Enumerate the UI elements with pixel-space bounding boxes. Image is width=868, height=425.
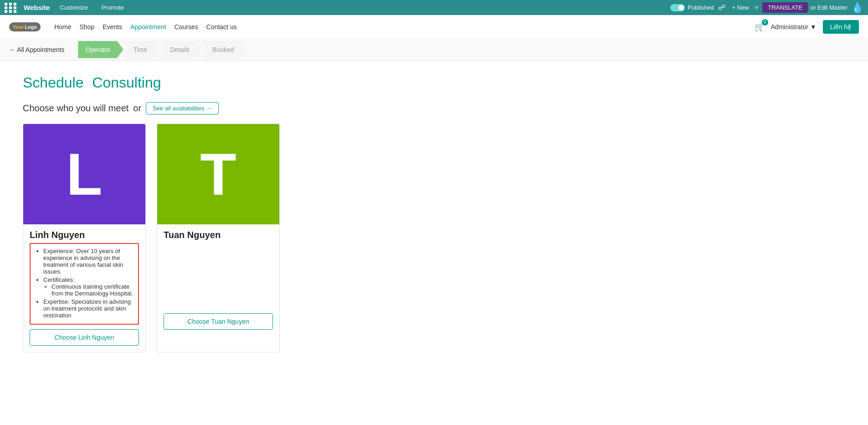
or-edit-master-label: or Edit Master	[811, 4, 847, 11]
step-operator[interactable]: Operator	[78, 41, 123, 58]
step-booked[interactable]: Booked	[201, 41, 247, 58]
operator-desc-linh-cert-item: Continuous training certificate from the…	[51, 283, 134, 297]
operator-initial-linh: L	[66, 145, 102, 204]
nav-links: Home Shop Events Appointment Courses Con…	[54, 23, 237, 31]
step-details[interactable]: Details	[159, 41, 202, 58]
logo-your: Your	[13, 24, 24, 30]
new-button[interactable]: + New	[728, 3, 752, 12]
navbar-left: Your Logo Home Shop Events Appointment C…	[9, 22, 237, 31]
see-all-availabilities-button[interactable]: See all availabilities →	[146, 102, 219, 114]
operator-avatar-tuan: T	[157, 124, 279, 224]
operator-name-tuan: Tuan Nguyen	[164, 230, 273, 240]
cart-icon[interactable]: 🛒 0	[755, 22, 765, 32]
choose-who-label: Choose who you will meet	[23, 103, 128, 114]
mobile-view-icon[interactable]: ☍	[718, 3, 725, 12]
apps-grid-icon[interactable]	[5, 3, 17, 13]
nav-contact[interactable]: Contact us	[206, 23, 237, 31]
step-operator-label: Operator	[85, 46, 110, 53]
published-label: Published	[688, 4, 714, 11]
site-name: Website	[24, 4, 50, 11]
admin-bar: Website Customize Promote Published ☍ + …	[0, 0, 868, 15]
translate-button[interactable]: TRANSLATE	[762, 2, 808, 13]
admin-dropdown[interactable]: Administrator ▼	[771, 23, 817, 31]
nav-appointment[interactable]: Appointment	[130, 23, 166, 31]
operators-grid: L Linh Nguyen Experience: Over 10 years …	[23, 124, 433, 352]
step-details-label: Details	[170, 46, 190, 53]
operator-info-linh: Linh Nguyen Experience: Over 10 years of…	[23, 224, 145, 325]
schedule-title-static: Schedule	[23, 74, 83, 91]
admin-label: Administrator	[771, 23, 808, 31]
step-time-label: Time	[134, 46, 148, 53]
logo-badge: Your Logo	[9, 22, 41, 31]
logo-text: Logo	[25, 24, 37, 30]
logo[interactable]: Your Logo	[9, 22, 41, 31]
choose-or-label: or	[133, 103, 141, 114]
operator-card-tuan[interactable]: T Tuan Nguyen Choose Tuan Nguyen	[157, 124, 280, 352]
back-to-appointments[interactable]: ← All Appointments	[9, 46, 64, 53]
water-drop-icon: 💧	[851, 2, 863, 14]
customize-button[interactable]: Customize	[56, 3, 91, 12]
nav-home[interactable]: Home	[54, 23, 71, 31]
operator-info-tuan: Tuan Nguyen	[157, 224, 279, 240]
operator-desc-linh-exp: Experience: Over 10 years of experience …	[43, 248, 134, 275]
steps-bar: ← All Appointments Operator Time Details…	[0, 39, 868, 61]
operator-avatar-linh: L	[23, 124, 145, 224]
published-toggle-area[interactable]: Published	[670, 4, 714, 11]
nav-events[interactable]: Events	[103, 23, 122, 31]
navbar: Your Logo Home Shop Events Appointment C…	[0, 15, 868, 39]
schedule-title: Schedule Consulting	[23, 74, 433, 91]
choose-linh-button[interactable]: Choose Linh Nguyen	[30, 329, 139, 346]
steps-container: Operator Time Details Booked	[78, 41, 247, 58]
contact-button[interactable]: Liên hệ	[823, 20, 859, 34]
choose-header: Choose who you will meet or See all avai…	[23, 102, 433, 114]
published-toggle-switch[interactable]	[670, 4, 685, 11]
cart-badge: 0	[762, 19, 768, 26]
operator-desc-linh-cert: Certificates: Continuous training certif…	[43, 276, 134, 297]
step-booked-label: Booked	[212, 46, 234, 53]
step-time[interactable]: Time	[123, 41, 160, 58]
operator-desc-linh-expertise: Expertise: Specializes in advising on tr…	[43, 298, 134, 319]
main-content: Schedule Consulting Choose who you will …	[0, 61, 456, 366]
chevron-down-icon: ▼	[810, 23, 817, 31]
navbar-right: 🛒 0 Administrator ▼ Liên hệ	[755, 20, 859, 34]
nav-shop[interactable]: Shop	[80, 23, 95, 31]
promote-button[interactable]: Promote	[98, 3, 128, 12]
nav-courses[interactable]: Courses	[175, 23, 198, 31]
admin-bar-left: Website Customize Promote	[5, 3, 128, 13]
operator-initial-tuan: T	[200, 145, 236, 204]
operator-card-linh[interactable]: L Linh Nguyen Experience: Over 10 years …	[23, 124, 146, 352]
choose-tuan-button[interactable]: Choose Tuan Nguyen	[164, 313, 273, 330]
schedule-title-highlight: Consulting	[92, 74, 161, 91]
admin-bar-right: Published ☍ + New ▼ TRANSLATE or Edit Ma…	[670, 2, 863, 14]
operator-name-linh: Linh Nguyen	[30, 230, 139, 240]
operator-desc-linh: Experience: Over 10 years of experience …	[30, 243, 139, 325]
